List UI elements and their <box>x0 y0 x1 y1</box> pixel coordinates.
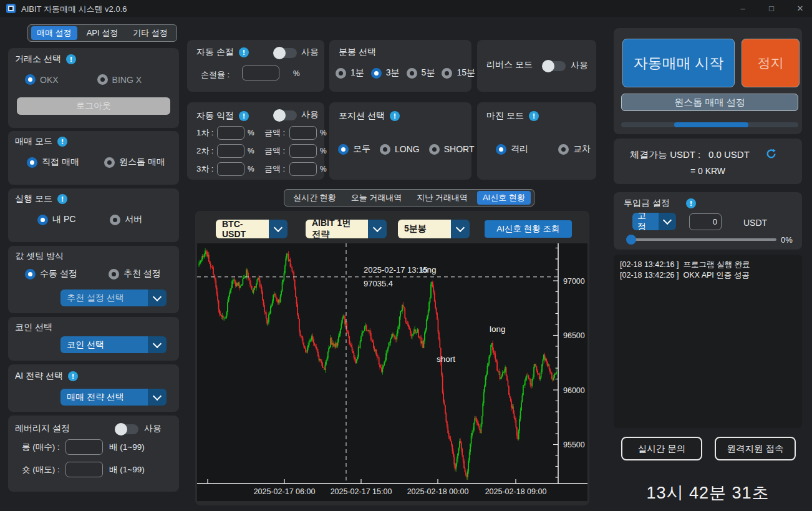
clock: 13시 42분 31초 <box>614 482 802 504</box>
value-input[interactable] <box>217 144 244 158</box>
radio-option[interactable]: 15분 <box>442 67 475 79</box>
radio-option[interactable]: 5분 <box>407 67 435 79</box>
radio-label: LONG <box>395 144 420 154</box>
info-icon[interactable]: ! <box>68 371 78 381</box>
value-input[interactable] <box>217 162 244 176</box>
invest-slider-knob[interactable] <box>626 235 636 245</box>
reverse-mode-toggle[interactable] <box>543 61 566 71</box>
info-icon[interactable]: ! <box>57 194 67 204</box>
info-icon[interactable]: ! <box>686 198 696 208</box>
take-profit-use-label: 사용 <box>301 109 319 120</box>
signal-label: long <box>490 324 506 334</box>
radio-option[interactable]: 서버 <box>110 214 142 225</box>
svg-text:96000: 96000 <box>563 386 585 395</box>
radio-option[interactable]: 추천 설정 <box>109 268 161 280</box>
coin-select-dropdown[interactable]: 코인 선택 <box>60 336 167 353</box>
minimize-icon[interactable]: – <box>732 0 753 17</box>
radio-option[interactable]: 원스톱 매매 <box>104 157 165 168</box>
value-input[interactable] <box>289 126 317 140</box>
stop-loss-rate-input[interactable] <box>242 66 279 80</box>
leverage-label: 롱 (매수) : <box>22 442 65 453</box>
signal-label: long <box>420 265 437 275</box>
radio-option[interactable]: OKX <box>25 74 59 85</box>
stop-button[interactable]: 정지 <box>742 39 800 87</box>
strategy-dropdown[interactable]: AIBIT 1번 전략 <box>306 220 387 238</box>
tp-step-label: 3차 : <box>196 163 217 175</box>
info-icon[interactable]: ! <box>239 111 249 121</box>
app-icon <box>6 4 16 13</box>
invest-mode-dropdown[interactable]: 고정 <box>632 213 676 230</box>
tab-item[interactable]: 매매 설정 <box>31 26 77 40</box>
radio-circle-icon <box>371 68 382 79</box>
refresh-icon[interactable] <box>765 148 777 162</box>
tab-item[interactable]: 지난 거래내역 <box>411 191 473 205</box>
logout-button[interactable]: 로그아웃 <box>17 97 170 115</box>
log-line: [02-18 13:42:26 ] OKX API 인증 성공 <box>620 270 796 281</box>
invest-slider-track[interactable] <box>628 238 776 241</box>
timeframe-dropdown[interactable]: 5분봉 <box>398 220 470 238</box>
radio-circle-icon <box>338 144 349 155</box>
radio-label: 5분 <box>422 67 435 79</box>
dropdown-value: 매매 전략 선택 <box>60 389 148 406</box>
dropdown-value: 5분봉 <box>398 220 451 238</box>
symbol-dropdown[interactable]: BTC-USDT <box>216 220 288 238</box>
balance-card: 체결가능 USDT : 0.0 USDT = 0 KRW <box>614 139 802 184</box>
radio-option[interactable]: 수동 설정 <box>25 268 77 280</box>
leverage-toggle[interactable] <box>115 424 138 434</box>
position-options: 모두LONGSHORT <box>338 144 474 155</box>
radio-option[interactable]: 3분 <box>371 67 400 79</box>
info-icon[interactable]: ! <box>529 111 539 121</box>
dropdown-value: 추천 설정 선택 <box>60 290 148 306</box>
radio-circle-icon <box>407 68 417 79</box>
tab-item[interactable]: API 설정 <box>81 26 124 40</box>
take-profit-toggle[interactable] <box>274 110 297 120</box>
info-icon[interactable]: ! <box>390 111 400 121</box>
value-setting-options: 수동 설정추천 설정 <box>25 268 161 280</box>
take-profit-card: 자동 익절 ! 사용 1차 :%금액 :%2차 :%금액 :%3차 :%금액 :… <box>187 102 324 180</box>
exec-mode-card: 실행 모드 ! 내 PC서버 <box>8 188 179 242</box>
ai-strategy-card: AI 전략 선택 ! 매매 전략 선택 <box>8 364 179 412</box>
radio-option[interactable]: 내 PC <box>37 214 75 225</box>
progress-bar <box>621 122 798 127</box>
maximize-icon[interactable]: □ <box>761 0 782 17</box>
radio-circle-icon <box>429 144 440 155</box>
recommend-setting-dropdown[interactable]: 추천 설정 선택 <box>60 290 167 306</box>
ai-signal-chart[interactable]: 2025-02-17 06:002025-02-17 15:002025-02-… <box>197 243 587 501</box>
tab-item[interactable]: 오늘 거래내역 <box>346 191 408 205</box>
tab-item[interactable]: AI신호 현황 <box>477 191 531 205</box>
onestop-setting-button[interactable]: 원스톱 매매 설정 <box>621 94 798 111</box>
value-input[interactable] <box>217 126 244 140</box>
live-inquiry-button[interactable]: 실시간 문의 <box>621 437 702 460</box>
percent-unit: % <box>248 165 256 173</box>
value-input[interactable] <box>289 162 317 176</box>
leverage-input[interactable] <box>65 439 103 455</box>
radio-option[interactable]: LONG <box>380 144 420 155</box>
close-icon[interactable]: ✕ <box>790 0 811 17</box>
info-icon[interactable]: ! <box>57 137 67 147</box>
dropdown-value: AIBIT 1번 전략 <box>306 220 368 238</box>
query-signal-button[interactable]: AI신호 현황 조회 <box>485 220 572 238</box>
value-input[interactable] <box>289 144 317 158</box>
radio-option[interactable]: 모두 <box>338 144 370 155</box>
info-icon[interactable]: ! <box>239 47 249 57</box>
radio-option[interactable]: 직접 매매 <box>27 157 79 168</box>
radio-option[interactable]: BING X <box>97 74 142 85</box>
progress-fill <box>674 122 748 127</box>
start-auto-trade-button[interactable]: 자동매매 시작 <box>622 39 735 87</box>
radio-label: 격리 <box>511 144 528 155</box>
tab-item[interactable]: 실시간 현황 <box>288 191 342 205</box>
svg-text:2025-02-18 09:00: 2025-02-18 09:00 <box>485 487 547 496</box>
radio-circle-icon <box>27 157 37 168</box>
radio-option[interactable]: 교차 <box>558 144 591 155</box>
radio-option[interactable]: 격리 <box>496 144 528 155</box>
ai-strategy-dropdown[interactable]: 매매 전략 선택 <box>60 389 167 406</box>
radio-option[interactable]: 1분 <box>336 67 364 79</box>
remote-support-button[interactable]: 원격지원 접속 <box>715 437 796 460</box>
exchange-options: OKXBING X <box>25 74 142 85</box>
leverage-input[interactable] <box>65 462 103 477</box>
radio-option[interactable]: SHORT <box>429 144 475 155</box>
invest-amount-input[interactable] <box>689 213 722 230</box>
stop-loss-toggle[interactable] <box>274 48 297 58</box>
info-icon[interactable]: ! <box>66 54 76 64</box>
tab-item[interactable]: 기타 설정 <box>127 26 173 40</box>
